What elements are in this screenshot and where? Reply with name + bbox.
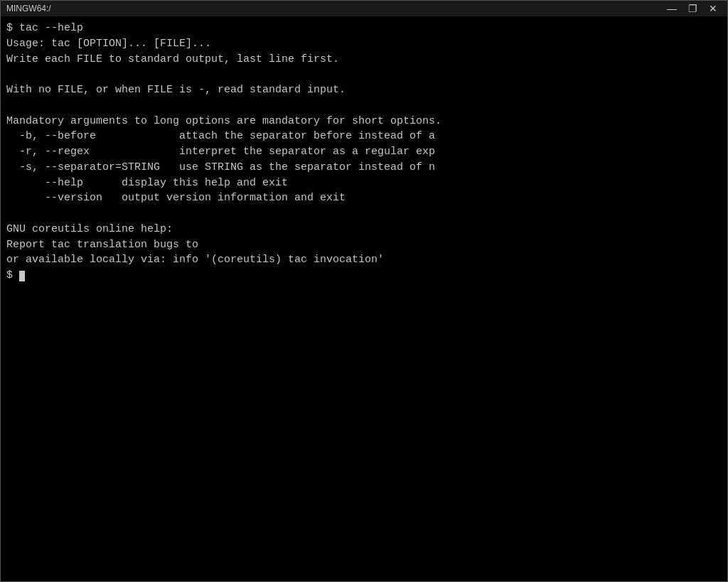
window-controls: — ❐ ✕ bbox=[663, 1, 722, 16]
terminal-output[interactable]: $ tac --help Usage: tac [OPTION]... [FIL… bbox=[1, 16, 727, 581]
terminal-cursor bbox=[19, 271, 25, 281]
title-bar: MINGW64:/ — ❐ ✕ bbox=[1, 1, 727, 16]
close-button[interactable]: ✕ bbox=[705, 1, 722, 16]
window-title: MINGW64:/ bbox=[6, 4, 51, 14]
maximize-button[interactable]: ❐ bbox=[684, 1, 702, 16]
terminal-window: MINGW64:/ — ❐ ✕ $ tac --help Usage: tac … bbox=[0, 0, 728, 582]
minimize-button[interactable]: — bbox=[663, 1, 681, 16]
